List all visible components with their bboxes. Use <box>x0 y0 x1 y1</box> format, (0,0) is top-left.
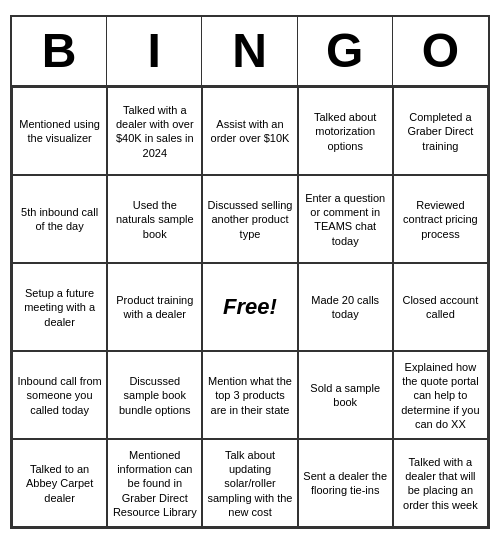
bingo-letter-o: O <box>393 17 488 86</box>
bingo-cell-6[interactable]: Used the naturals sample book <box>107 175 202 263</box>
bingo-letter-n: N <box>202 17 297 86</box>
bingo-letter-g: G <box>298 17 393 86</box>
bingo-grid: Mentioned using the visualizerTalked wit… <box>12 87 488 527</box>
bingo-cell-20[interactable]: Talked to an Abbey Carpet dealer <box>12 439 107 527</box>
bingo-cell-19[interactable]: Explained how the quote portal can help … <box>393 351 488 439</box>
bingo-cell-24[interactable]: Talked with a dealer that will be placin… <box>393 439 488 527</box>
bingo-cell-2[interactable]: Assist with an order over $10K <box>202 87 297 175</box>
bingo-letter-i: I <box>107 17 202 86</box>
bingo-cell-16[interactable]: Discussed sample book bundle options <box>107 351 202 439</box>
bingo-cell-17[interactable]: Mention what the top 3 products are in t… <box>202 351 297 439</box>
bingo-cell-14[interactable]: Closed account called <box>393 263 488 351</box>
bingo-cell-11[interactable]: Product training with a dealer <box>107 263 202 351</box>
bingo-cell-15[interactable]: Inbound call from someone you called tod… <box>12 351 107 439</box>
bingo-cell-4[interactable]: Completed a Graber Direct training <box>393 87 488 175</box>
bingo-cell-18[interactable]: Sold a sample book <box>298 351 393 439</box>
bingo-cell-0[interactable]: Mentioned using the visualizer <box>12 87 107 175</box>
bingo-cell-10[interactable]: Setup a future meeting with a dealer <box>12 263 107 351</box>
bingo-cell-9[interactable]: Reviewed contract pricing process <box>393 175 488 263</box>
bingo-cell-8[interactable]: Enter a question or comment in TEAMS cha… <box>298 175 393 263</box>
bingo-cell-3[interactable]: Talked about motorization options <box>298 87 393 175</box>
bingo-cell-7[interactable]: Discussed selling another product type <box>202 175 297 263</box>
bingo-cell-22[interactable]: Talk about updating solar/roller samplin… <box>202 439 297 527</box>
bingo-header: BINGO <box>12 17 488 88</box>
bingo-cell-13[interactable]: Made 20 calls today <box>298 263 393 351</box>
bingo-cell-23[interactable]: Sent a dealer the flooring tie-ins <box>298 439 393 527</box>
bingo-card: BINGO Mentioned using the visualizerTalk… <box>10 15 490 530</box>
bingo-cell-12[interactable]: Free! <box>202 263 297 351</box>
bingo-cell-1[interactable]: Talked with a dealer with over $40K in s… <box>107 87 202 175</box>
bingo-cell-5[interactable]: 5th inbound call of the day <box>12 175 107 263</box>
bingo-letter-b: B <box>12 17 107 86</box>
bingo-cell-21[interactable]: Mentioned information can be found in Gr… <box>107 439 202 527</box>
